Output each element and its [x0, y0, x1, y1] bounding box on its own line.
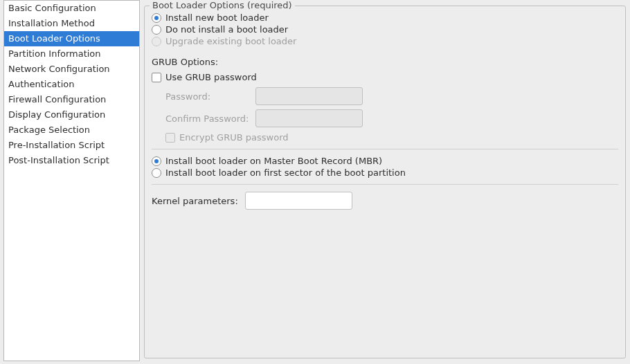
- radio-label: Install boot loader on first sector of t…: [165, 167, 406, 178]
- radio-label: Upgrade existing boot loader: [165, 36, 296, 46]
- options-panel: Install new boot loader Do not install a…: [144, 6, 626, 358]
- sidebar-item-boot-loader-options[interactable]: Boot Loader Options: [4, 31, 139, 46]
- radio-icon: [152, 37, 161, 46]
- sidebar-item-network-configuration[interactable]: Network Configuration: [4, 62, 139, 77]
- radio-install-first-sector[interactable]: Install boot loader on first sector of t…: [152, 167, 618, 179]
- sidebar-item-installation-method[interactable]: Installation Method: [4, 16, 139, 31]
- confirm-password-label: Confirm Password:: [165, 113, 255, 124]
- radio-icon: [152, 13, 161, 23]
- sidebar-item-partition-information[interactable]: Partition Information: [4, 46, 139, 62]
- checkbox-encrypt-grub-password: Encrypt GRUB password: [165, 131, 618, 143]
- radio-upgrade-existing: Upgrade existing boot loader: [152, 35, 618, 47]
- fieldset-title: Boot Loader Options (required): [150, 0, 295, 10]
- password-label: Password:: [165, 91, 255, 102]
- kernel-parameters-input[interactable]: [245, 192, 352, 210]
- radio-icon: [152, 25, 161, 35]
- radio-icon: [152, 168, 161, 178]
- radio-install-mbr[interactable]: Install boot loader on Master Boot Recor…: [152, 155, 618, 167]
- checkbox-label: Use GRUB password: [165, 72, 257, 82]
- radio-label: Install new boot loader: [165, 12, 269, 23]
- checkbox-label: Encrypt GRUB password: [179, 132, 289, 143]
- sidebar-item-firewall-configuration[interactable]: Firewall Configuration: [4, 92, 139, 107]
- sidebar-item-display-configuration[interactable]: Display Configuration: [4, 107, 139, 122]
- main-content: Boot Loader Options (required) Install n…: [140, 0, 630, 364]
- radio-label: Do not install a boot loader: [165, 24, 288, 35]
- divider: [152, 184, 618, 185]
- sidebar-item-pre-installation-script[interactable]: Pre-Installation Script: [4, 138, 139, 153]
- sidebar-item-post-installation-script[interactable]: Post-Installation Script: [4, 153, 139, 168]
- checkbox-icon: [152, 73, 161, 82]
- confirm-password-input: [255, 109, 363, 127]
- kernel-parameters-label: Kernel parameters:: [152, 196, 238, 206]
- checkbox-use-grub-password[interactable]: Use GRUB password: [152, 71, 618, 83]
- password-row: Password:: [165, 87, 618, 105]
- checkbox-icon: [165, 133, 175, 143]
- radio-do-not-install[interactable]: Do not install a boot loader: [152, 24, 618, 35]
- divider: [152, 149, 618, 149]
- radio-label: Install boot loader on Master Boot Recor…: [165, 156, 382, 166]
- kernel-parameters-row: Kernel parameters:: [152, 192, 618, 210]
- sidebar-item-authentication[interactable]: Authentication: [4, 77, 139, 92]
- password-input: [255, 87, 363, 105]
- sidebar-item-basic-configuration[interactable]: Basic Configuration: [4, 1, 139, 16]
- confirm-password-row: Confirm Password:: [165, 109, 618, 127]
- radio-icon: [152, 156, 161, 166]
- grub-section-label: GRUB Options:: [152, 57, 618, 67]
- sidebar-item-package-selection[interactable]: Package Selection: [4, 122, 139, 138]
- sidebar-nav: Basic Configuration Installation Method …: [3, 0, 140, 361]
- radio-install-new[interactable]: Install new boot loader: [152, 12, 618, 24]
